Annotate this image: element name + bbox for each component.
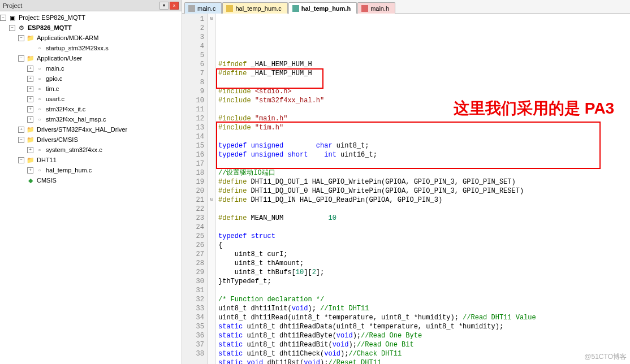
fold-marker[interactable]: ⊟	[208, 14, 215, 23]
expand-icon[interactable]: +	[27, 116, 33, 123]
tree-node[interactable]: +▫tim.c	[0, 84, 182, 94]
code-line[interactable]: uint8_t dht11Init(void); //Init DHT11	[218, 304, 628, 313]
code-line[interactable]: #define _HAL_TEMP_HUM_H	[218, 69, 628, 78]
project-tree[interactable]: −▣Project: ESP826_MQTT−⚙ESP826_MQTT−📁App…	[0, 11, 182, 364]
tree-label: usart.c	[46, 96, 64, 102]
code-line[interactable]	[218, 132, 628, 141]
code-line[interactable]: #include <stdio.h>	[218, 87, 628, 96]
tab-main-h[interactable]: main.h	[357, 2, 395, 14]
line-number: 25	[183, 232, 204, 241]
expand-icon[interactable]: +	[27, 76, 33, 82]
tree-node[interactable]: +▫system_stm32f4xx.c	[0, 145, 182, 155]
collapse-icon[interactable]: −	[18, 137, 24, 143]
code-line[interactable]: static uint8_t dht11ReadBit(void);//Read…	[218, 340, 628, 349]
tree-node[interactable]: −📁DHT11	[0, 155, 182, 165]
code-line[interactable]	[218, 286, 628, 295]
collapse-icon[interactable]: −	[18, 55, 24, 62]
expand-icon[interactable]: +	[27, 106, 33, 112]
line-number: 32	[183, 295, 204, 304]
code-line[interactable]: static uint8_t dht11ReadByte(void);//Rea…	[218, 331, 628, 340]
tree-node[interactable]: +▫gpio.c	[0, 73, 182, 84]
code-line[interactable]: static uint8_t dht11Check(void);//Chack …	[218, 349, 628, 358]
file-icon	[292, 5, 299, 12]
tree-node[interactable]: −📁Drivers/CMSIS	[0, 135, 182, 145]
panel-close-button[interactable]: x	[170, 2, 179, 10]
code-line[interactable]	[218, 205, 628, 214]
tree-node[interactable]: −▣Project: ESP826_MQTT	[0, 12, 182, 23]
tree-node[interactable]: +📁Drivers/STM32F4xx_HAL_Driver	[0, 124, 182, 135]
code-editor[interactable]: 这里我们采用的是 PA3 #ifndef _HAL_HEMP_HUM_H#def…	[216, 14, 630, 364]
collapse-icon[interactable]: −	[9, 25, 15, 31]
code-line[interactable]	[218, 159, 628, 168]
tree-node[interactable]: +▫usart.c	[0, 94, 182, 104]
tree-node[interactable]: +▫stm32f4xx_it.c	[0, 104, 182, 114]
tree-label: Project: ESP826_MQTT	[19, 14, 85, 21]
tree-node[interactable]: ◆CMSIS	[0, 175, 182, 185]
code-line[interactable]: #define DHT11_DQ_OUT_1 HAL_GPIO_WritePin…	[218, 177, 628, 187]
code-line[interactable]: typedef struct	[218, 232, 628, 241]
expand-icon[interactable]: +	[27, 66, 33, 72]
file-icon: ▫	[35, 85, 44, 93]
fold-marker	[208, 203, 215, 213]
tree-node[interactable]: −📁Application/User	[0, 53, 182, 63]
panel-pin-button[interactable]: ▾	[159, 2, 169, 10]
collapse-icon[interactable]: −	[18, 35, 24, 41]
code-line[interactable]: uint8_t thBufs[10][2];	[218, 268, 628, 277]
tree-node[interactable]: +▫hal_temp_hum.c	[0, 165, 182, 175]
file-icon	[226, 5, 233, 12]
fold-marker	[208, 294, 215, 303]
expand-icon[interactable]: +	[18, 127, 24, 133]
tree-node[interactable]: +▫stm32f4xx_hal_msp.c	[0, 114, 182, 124]
code-line[interactable]: uint8_t dht11Read(uint8_t *temperature, …	[218, 313, 628, 322]
line-number: 14	[183, 132, 204, 141]
code-line[interactable]: #ifndef _HAL_HEMP_HUM_H	[218, 60, 628, 69]
fold-marker	[208, 285, 215, 294]
expand-icon[interactable]: +	[27, 147, 33, 153]
tree-node[interactable]: ▫startup_stm32f429xx.s	[0, 43, 182, 53]
fold-marker	[208, 321, 215, 330]
line-number: 7	[183, 69, 204, 78]
line-number: 19	[183, 177, 204, 187]
code-line[interactable]: uint8_t thAmount;	[218, 259, 628, 268]
fold-marker	[208, 158, 215, 167]
code-line[interactable]: typedef unsigned char uint8_t;	[218, 141, 628, 150]
collapse-icon[interactable]: −	[18, 157, 24, 163]
file-icon: ▫	[35, 64, 44, 72]
code-line[interactable]: static uint8_t dht11ReadData(uint8_t *te…	[218, 322, 628, 331]
tree-node[interactable]: −⚙ESP826_MQTT	[0, 23, 182, 33]
line-number: 33	[183, 304, 204, 313]
fold-marker	[208, 339, 215, 348]
tree-node[interactable]: −📁Application/MDK-ARM	[0, 33, 182, 43]
tab-main-c[interactable]: main.c	[184, 2, 222, 14]
code-line[interactable]: #define DHT11_DQ_OUT_0 HAL_GPIO_WritePin…	[218, 187, 628, 196]
code-line[interactable]: /* Function declaration */	[218, 295, 628, 304]
code-line[interactable]	[218, 223, 628, 232]
line-number: 28	[183, 259, 204, 268]
code-line[interactable]: uint8_t curI;	[218, 250, 628, 259]
tree-label: main.c	[46, 65, 64, 72]
fold-marker	[208, 32, 215, 41]
tree-label: ESP826_MQTT	[28, 24, 72, 31]
expand-icon[interactable]: +	[27, 96, 33, 102]
file-icon: ▫	[35, 44, 44, 52]
code-line[interactable]: #define DHT11_DQ_IN HAL_GPIO_ReadPin(GPI…	[218, 196, 628, 205]
code-line[interactable]: {	[218, 241, 628, 250]
expand-icon[interactable]: +	[27, 167, 33, 174]
fold-marker	[208, 222, 215, 231]
tree-label: Application/User	[37, 55, 82, 62]
code-line[interactable]: typedef unsigned short int uint16_t;	[218, 150, 628, 159]
code-line[interactable]: #include "tim.h"	[218, 123, 628, 132]
expand-icon[interactable]: +	[27, 86, 33, 92]
fold-marker[interactable]: ⊟	[208, 194, 215, 203]
fold-marker	[208, 249, 215, 258]
code-line[interactable]: }thTypedef_t;	[218, 277, 628, 286]
line-number: 1	[183, 15, 204, 24]
tab-hal_temp_hum-c[interactable]: hal_temp_hum.c	[222, 2, 287, 14]
tab-hal_temp_hum-h[interactable]: hal_temp_hum.h	[288, 2, 357, 14]
collapse-icon[interactable]: −	[0, 15, 6, 21]
code-line[interactable]	[218, 78, 628, 87]
tree-node[interactable]: +▫main.c	[0, 63, 182, 73]
code-line[interactable]: static void dht11Rst(void);//Reset DHT11	[218, 358, 628, 364]
code-line[interactable]: #define MEAN_NUM 10	[218, 214, 628, 223]
code-line[interactable]: //设置驱动IO端口	[218, 168, 628, 177]
